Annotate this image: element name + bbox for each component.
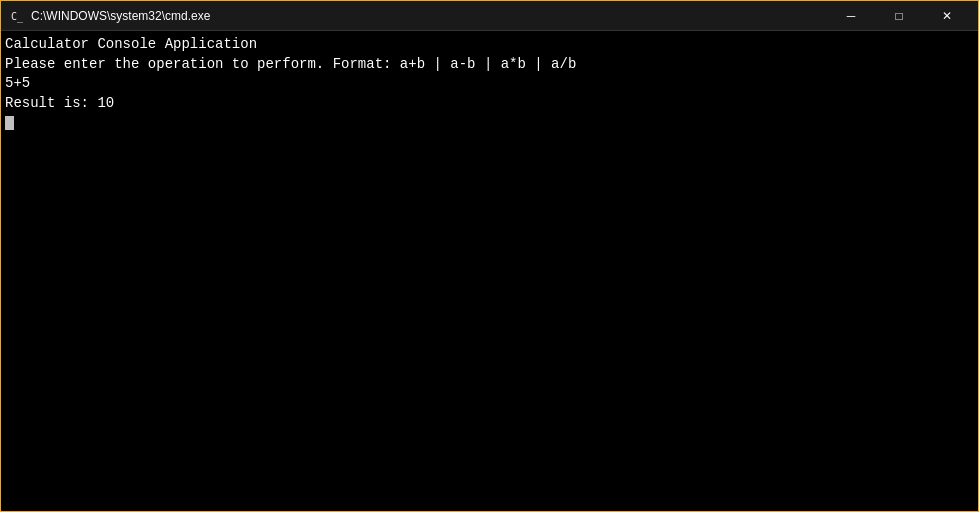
titlebar: C_ C:\WINDOWS\system32\cmd.exe ─ □ ✕: [1, 1, 978, 31]
cursor-block: [5, 116, 14, 130]
console-cursor-line: [5, 113, 974, 133]
cmd-window: C_ C:\WINDOWS\system32\cmd.exe ─ □ ✕ Cal…: [0, 0, 979, 512]
console-title-line: Calculator Console Application: [5, 35, 974, 55]
titlebar-controls: ─ □ ✕: [828, 2, 970, 30]
close-button[interactable]: ✕: [924, 2, 970, 30]
cmd-icon: C_: [9, 8, 25, 24]
console-input-echo: 5+5: [5, 74, 974, 94]
console-body[interactable]: Calculator Console Application Please en…: [1, 31, 978, 511]
console-prompt-line: Please enter the operation to perform. F…: [5, 55, 974, 75]
console-result-line: Result is: 10: [5, 94, 974, 114]
titlebar-left: C_ C:\WINDOWS\system32\cmd.exe: [9, 8, 210, 24]
maximize-button[interactable]: □: [876, 2, 922, 30]
svg-text:C_: C_: [11, 11, 24, 23]
titlebar-title: C:\WINDOWS\system32\cmd.exe: [31, 9, 210, 23]
minimize-button[interactable]: ─: [828, 2, 874, 30]
